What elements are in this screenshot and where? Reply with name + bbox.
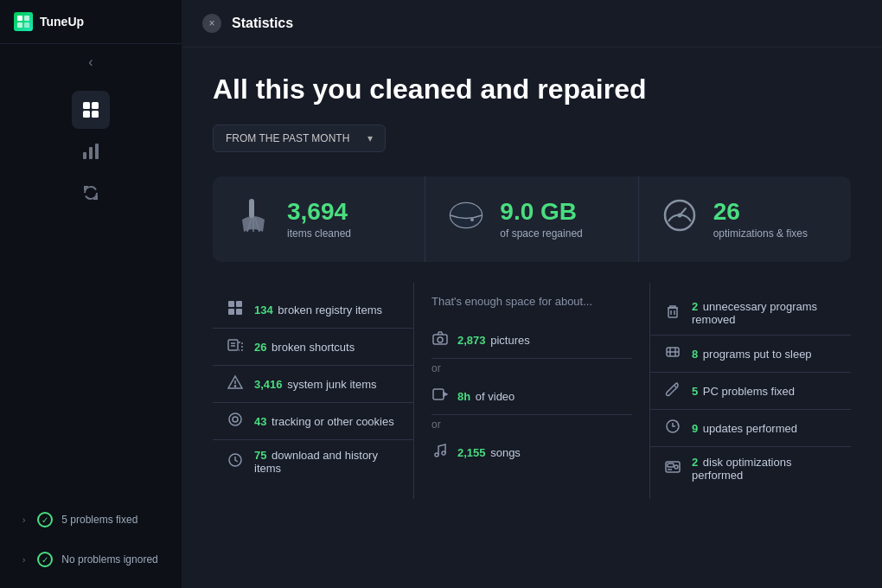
stat-card-space-regained: 9.0 GB of space regained [425, 176, 638, 262]
check-circle-icon: ✓ [37, 512, 53, 527]
svg-point-20 [677, 214, 681, 218]
app-title: TuneUp [40, 15, 84, 29]
trash-icon [664, 304, 681, 323]
sleep-text: 8 programs put to sleep [692, 348, 812, 361]
detail-sleep: 8 programs put to sleep [650, 336, 851, 373]
optimizations-label: optimizations & fixes [713, 227, 808, 240]
updates-text: 9 updates performed [692, 422, 797, 435]
svg-point-16 [451, 203, 482, 227]
space-item-pictures: 2,873 pictures [431, 322, 632, 359]
svg-point-38 [435, 453, 438, 457]
svg-rect-2 [17, 22, 22, 28]
svg-rect-3 [24, 22, 29, 28]
close-button[interactable]: × [202, 14, 221, 33]
chevron-icon: › [22, 515, 25, 525]
disk-icon [664, 459, 681, 478]
status-label-ignored: No problems ignored [61, 553, 157, 566]
space-number: 9.0 GB [500, 200, 582, 224]
or-label-1: or [431, 359, 632, 378]
wrench-icon [664, 381, 681, 400]
space-item-video: 8h of video [431, 378, 632, 415]
detail-pc-problems: 5 PC problems fixed [650, 373, 851, 410]
svg-point-31 [229, 413, 241, 425]
optimizations-col: 2 unnecessary programs removed [650, 283, 851, 499]
svg-rect-8 [83, 152, 86, 159]
detail-junk: 3,416 system junk items [213, 366, 413, 403]
svg-rect-22 [236, 301, 242, 307]
hdd-icon [446, 195, 486, 243]
nav-item-grid[interactable] [72, 91, 110, 129]
stats-row: 3,694 items cleaned 9.0 GB of space reg [213, 176, 851, 262]
detail-disk: 2 disk optimizations performed [650, 447, 851, 490]
pictures-text: 2,873 pictures [457, 334, 530, 347]
junk-text: 3,416 system junk items [254, 378, 376, 391]
space-intro-text: That's enough space for about... [431, 291, 632, 311]
video-icon [431, 387, 449, 406]
panel-title: Statistics [232, 16, 293, 31]
sidebar-status-problems-ignored[interactable]: › ✓ No problems ignored [14, 545, 168, 574]
sidebar-bottom: › ✓ 5 problems fixed › ✓ No problems ign… [0, 491, 182, 588]
cleaned-number: 3,694 [287, 200, 351, 224]
main-header: × Statistics [182, 0, 882, 48]
sidebar-collapse-btn[interactable]: ‹ [0, 44, 182, 80]
detail-shortcuts: 26 broken shortcuts [213, 329, 413, 366]
history-icon [227, 452, 244, 471]
dropdown-arrow-icon: ▾ [368, 132, 373, 144]
detail-updates: 9 updates performed [650, 410, 851, 447]
space-label: of space regained [500, 227, 582, 240]
filter-dropdown[interactable]: FROM THE PAST MONTH ▾ [213, 125, 386, 152]
svg-rect-7 [92, 111, 99, 118]
stat-card-items-cleaned: 3,694 items cleaned [213, 176, 425, 262]
stat-info-cleaned: 3,694 items cleaned [287, 200, 351, 240]
registry-icon [227, 300, 244, 319]
or-label-2: or [431, 415, 632, 434]
gauge-icon [660, 195, 700, 243]
space-item-songs: 2,155 songs [431, 434, 632, 470]
nav-item-chart[interactable] [72, 132, 110, 170]
svg-rect-6 [83, 111, 90, 118]
svg-rect-40 [668, 308, 677, 317]
check-circle-icon-2: ✓ [37, 552, 53, 567]
svg-rect-9 [89, 147, 93, 159]
broom-icon [233, 195, 273, 243]
stat-info-optimizations: 26 optimizations & fixes [713, 200, 808, 240]
svg-point-32 [233, 417, 238, 422]
avg-logo [14, 12, 33, 31]
nav-item-refresh[interactable] [72, 174, 110, 212]
status-label-fixed: 5 problems fixed [61, 514, 137, 526]
sidebar-status-problems-fixed[interactable]: › ✓ 5 problems fixed [14, 505, 168, 534]
page-title: All this you cleaned and repaired [213, 74, 851, 105]
main-content: × Statistics All this you cleaned and re… [182, 0, 882, 588]
svg-rect-21 [228, 301, 234, 307]
sidebar-header: TuneUp [0, 0, 182, 44]
registry-text: 134 broken registry items [254, 304, 382, 316]
shortcut-icon [227, 337, 244, 356]
svg-point-35 [438, 337, 443, 342]
svg-rect-4 [83, 102, 90, 109]
downloads-text: 75 download and history items [254, 449, 399, 475]
svg-rect-1 [24, 16, 29, 21]
svg-rect-23 [228, 309, 234, 315]
svg-rect-11 [249, 199, 254, 218]
music-icon [431, 443, 449, 462]
filter-label: FROM THE PAST MONTH [226, 132, 349, 144]
svg-point-51 [674, 465, 678, 469]
cookies-icon [227, 412, 244, 431]
junk-icon [227, 374, 244, 393]
detail-downloads: 75 download and history items [213, 440, 413, 483]
svg-rect-24 [236, 309, 242, 315]
svg-rect-5 [92, 102, 99, 109]
svg-point-30 [234, 386, 235, 387]
space-content-col: That's enough space for about... 2,873 p… [414, 283, 650, 499]
cleaned-items-col: 134 broken registry items 26 [213, 283, 414, 499]
detail-unnecessary-programs: 2 unnecessary programs removed [650, 291, 851, 336]
update-icon [664, 419, 681, 438]
stat-info-space: 9.0 GB of space regained [500, 200, 582, 240]
cleaned-label: items cleaned [287, 227, 351, 240]
svg-rect-25 [228, 340, 238, 350]
svg-rect-0 [17, 16, 22, 21]
svg-marker-37 [444, 393, 447, 396]
sleep-icon [664, 344, 681, 363]
optimizations-number: 26 [713, 200, 808, 224]
chevron-icon-2: › [22, 555, 25, 565]
